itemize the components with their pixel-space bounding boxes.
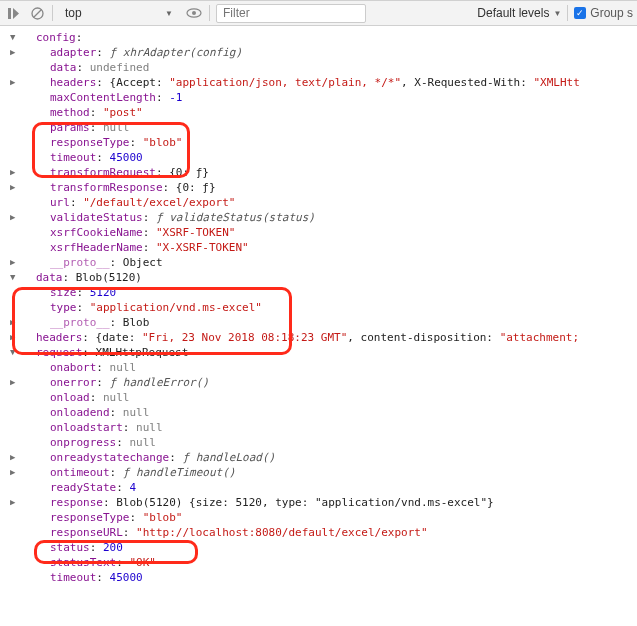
tree-row[interactable]: onload: null (22, 390, 637, 405)
tree-row[interactable]: url: "/default/excel/export" (22, 195, 637, 210)
object-tree: ▼config: ▶adapter: ƒ xhrAdapter(config) … (0, 26, 637, 589)
tree-row[interactable]: ▶response: Blob(5120) {size: 5120, type:… (22, 495, 637, 510)
expand-closed-icon: ▶ (10, 465, 20, 480)
tree-row[interactable]: timeout: 45000 (22, 570, 637, 585)
chevron-down-icon: ▼ (553, 9, 561, 18)
console-toolbar: top ▼ Default levels ▼ ✓ Group s (0, 0, 637, 26)
context-select[interactable]: top ▼ (59, 5, 179, 21)
tree-row[interactable]: responseType: "blob" (22, 510, 637, 525)
expand-open-icon: ▼ (10, 345, 20, 360)
expand-closed-icon: ▶ (10, 75, 20, 90)
context-select-label: top (65, 6, 82, 20)
tree-row[interactable]: ▼config: (22, 30, 637, 45)
tree-row[interactable]: responseURL: "http://localhost:8080/defa… (22, 525, 637, 540)
expand-closed-icon: ▶ (10, 495, 20, 510)
svg-rect-0 (8, 8, 11, 19)
expand-closed-icon: ▶ (10, 375, 20, 390)
tree-row[interactable]: maxContentLength: -1 (22, 90, 637, 105)
expand-closed-icon: ▶ (10, 330, 20, 345)
live-expression-button[interactable] (185, 4, 203, 22)
checkbox-checked-icon: ✓ (574, 7, 586, 19)
tree-row[interactable]: ▶__proto__: Blob (22, 315, 637, 330)
tree-row[interactable]: ▶headers: {Accept: "application/json, te… (22, 75, 637, 90)
tree-row[interactable]: onloadstart: null (22, 420, 637, 435)
chevron-down-icon: ▼ (165, 9, 173, 18)
svg-point-5 (192, 11, 196, 15)
tree-row[interactable]: ▶ontimeout: ƒ handleTimeout() (22, 465, 637, 480)
tree-row[interactable]: readyState: 4 (22, 480, 637, 495)
tree-row[interactable]: ▶transformRequest: {0: ƒ} (22, 165, 637, 180)
tree-row[interactable]: status: 200 (22, 540, 637, 555)
tree-row[interactable]: size: 5120 (22, 285, 637, 300)
tree-row[interactable]: onprogress: null (22, 435, 637, 450)
tree-row[interactable]: statusText: "OK" (22, 555, 637, 570)
tree-row[interactable]: onabort: null (22, 360, 637, 375)
tree-row[interactable]: data: undefined (22, 60, 637, 75)
tree-row[interactable]: responseType: "blob" (22, 135, 637, 150)
expand-closed-icon: ▶ (10, 450, 20, 465)
tree-row[interactable]: ▶adapter: ƒ xhrAdapter(config) (22, 45, 637, 60)
tree-row[interactable]: ▼request: XMLHttpRequest (22, 345, 637, 360)
tree-row[interactable]: xsrfCookieName: "XSRF-TOKEN" (22, 225, 637, 240)
tree-row[interactable]: xsrfHeaderName: "X-XSRF-TOKEN" (22, 240, 637, 255)
expand-open-icon: ▼ (10, 270, 20, 285)
tree-row[interactable]: ▶validateStatus: ƒ validateStatus(status… (22, 210, 637, 225)
tree-row[interactable]: method: "post" (22, 105, 637, 120)
tree-row[interactable]: onloadend: null (22, 405, 637, 420)
tree-row[interactable]: ▶onreadystatechange: ƒ handleLoad() (22, 450, 637, 465)
expand-closed-icon: ▶ (10, 45, 20, 60)
expand-closed-icon: ▶ (10, 165, 20, 180)
tree-row[interactable]: ▶headers: {date: "Fri, 23 Nov 2018 08:18… (22, 330, 637, 345)
tree-row[interactable]: ▶transformResponse: {0: ƒ} (22, 180, 637, 195)
tree-row[interactable]: ▶onerror: ƒ handleError() (22, 375, 637, 390)
log-levels-label: Default levels (477, 6, 549, 20)
execution-context-button[interactable] (4, 4, 22, 22)
clear-console-button[interactable] (28, 4, 46, 22)
expand-closed-icon: ▶ (10, 315, 20, 330)
filter-input[interactable] (216, 4, 366, 23)
group-similar-label: Group s (590, 6, 633, 20)
tree-row[interactable]: timeout: 45000 (22, 150, 637, 165)
svg-line-3 (33, 9, 41, 17)
tree-row[interactable]: ▶__proto__: Object (22, 255, 637, 270)
tree-row[interactable]: ▼data: Blob(5120) (22, 270, 637, 285)
tree-row[interactable]: params: null (22, 120, 637, 135)
log-levels-select[interactable]: Default levels ▼ (477, 6, 561, 20)
expand-closed-icon: ▶ (10, 255, 20, 270)
svg-marker-1 (13, 8, 19, 19)
expand-closed-icon: ▶ (10, 180, 20, 195)
tree-row[interactable]: type: "application/vnd.ms-excel" (22, 300, 637, 315)
group-similar-checkbox[interactable]: ✓ Group s (574, 6, 633, 20)
expand-closed-icon: ▶ (10, 210, 20, 225)
expand-open-icon: ▼ (10, 30, 20, 45)
